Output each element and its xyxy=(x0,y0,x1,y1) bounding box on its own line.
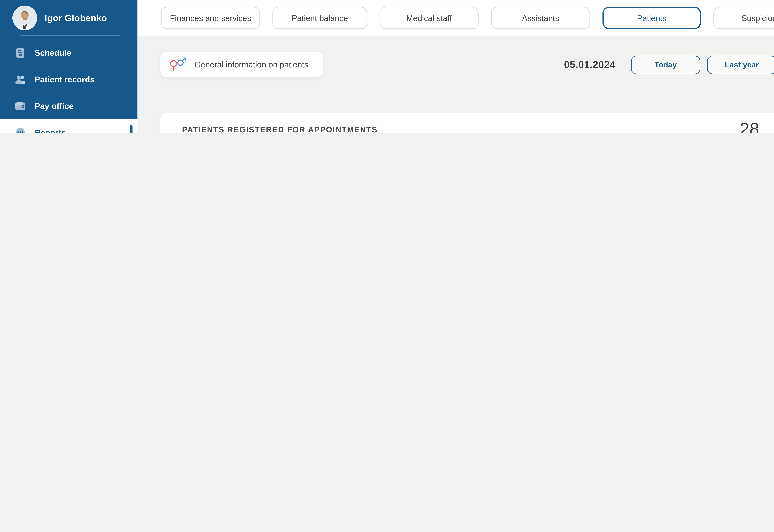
active-indicator xyxy=(130,125,132,133)
tab-medical-staff[interactable]: Medical staff xyxy=(380,7,479,29)
toolbar: ♀ ♂ General information on patients 05.0… xyxy=(160,52,774,77)
schedule-icon xyxy=(14,46,27,59)
tab-suspicious-activities[interactable]: Suspicious activities xyxy=(713,7,774,29)
last-year-button[interactable]: Last year xyxy=(707,55,774,74)
sidebar-item-label: Reports xyxy=(35,128,66,133)
main-content: Finances and services Patient balance Me… xyxy=(137,0,774,133)
row-value: 28 xyxy=(740,119,774,133)
tab-patient-balance[interactable]: Patient balance xyxy=(273,7,367,29)
tab-bar: Finances and services Patient balance Me… xyxy=(137,0,774,36)
current-date: 05.01.2024 xyxy=(564,59,616,70)
app-window: Igor Globenko Schedule Patient records xyxy=(0,0,774,133)
report-row-card: PATIENTS REGISTERED FOR APPOINTMENTS 28 xyxy=(160,113,774,133)
toolbar-divider xyxy=(160,93,774,93)
user-name: Igor Globenko xyxy=(45,13,107,23)
report-type-chip[interactable]: ♀ ♂ General information on patients xyxy=(160,52,323,77)
sidebar-item-schedule[interactable]: Schedule xyxy=(0,40,137,66)
today-button[interactable]: Today xyxy=(631,55,700,74)
pay-office-icon xyxy=(14,100,27,113)
sidebar: Igor Globenko Schedule Patient records xyxy=(0,0,137,133)
sidebar-item-reports[interactable]: Reports xyxy=(0,119,137,133)
sidebar-item-pay-office[interactable]: Pay office xyxy=(0,93,137,119)
sidebar-item-label: Schedule xyxy=(35,48,71,58)
avatar xyxy=(12,6,37,30)
sidebar-nav: Schedule Patient records Pay office Repo… xyxy=(0,40,137,133)
tab-finances-and-services[interactable]: Finances and services xyxy=(161,7,260,29)
report-type-label: General information on patients xyxy=(195,60,308,69)
row-label: PATIENTS REGISTERED FOR APPOINTMENTS xyxy=(160,125,378,133)
reports-icon xyxy=(14,126,27,133)
tab-assistants[interactable]: Assistants xyxy=(491,7,590,29)
gender-icon: ♀ ♂ xyxy=(169,57,188,73)
sidebar-item-label: Patient records xyxy=(35,75,95,84)
patient-records-icon xyxy=(14,73,27,86)
sidebar-item-patient-records[interactable]: Patient records xyxy=(0,66,137,93)
sidebar-divider xyxy=(20,35,120,36)
user-profile[interactable]: Igor Globenko xyxy=(0,0,137,35)
male-icon: ♂ xyxy=(176,56,186,67)
report-list: PATIENTS REGISTERED FOR APPOINTMENTS 28 … xyxy=(160,113,774,133)
tab-patients[interactable]: Patients xyxy=(603,7,701,29)
report-row-registered: PATIENTS REGISTERED FOR APPOINTMENTS 28 … xyxy=(160,113,774,133)
sidebar-item-label: Pay office xyxy=(35,101,73,111)
